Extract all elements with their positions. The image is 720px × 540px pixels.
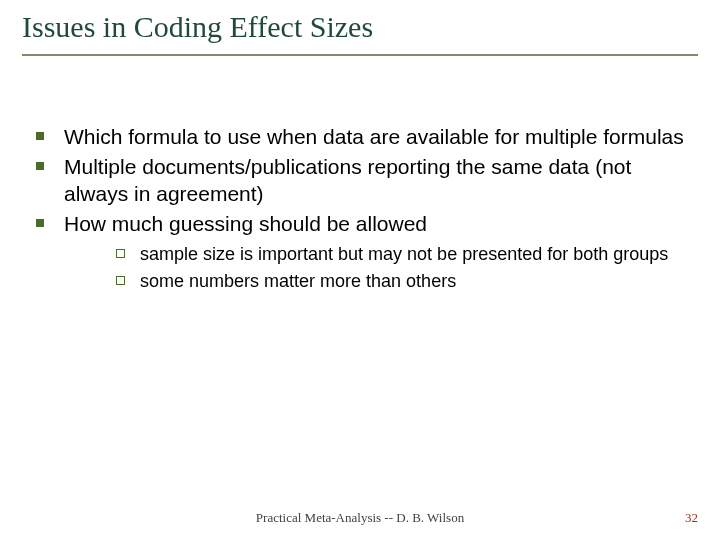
bullet-text: Multiple documents/publications reportin… [64, 155, 631, 204]
slide-title: Issues in Coding Effect Sizes [22, 10, 698, 56]
bullet-text: Which formula to use when data are avail… [64, 125, 684, 148]
list-item: some numbers matter more than others [110, 270, 698, 293]
sub-bullet-text: some numbers matter more than others [140, 271, 456, 291]
list-item: Which formula to use when data are avail… [30, 124, 698, 150]
page-number: 32 [685, 510, 698, 526]
list-item: Multiple documents/publications reportin… [30, 154, 698, 207]
sub-list: sample size is important but may not be … [64, 243, 698, 292]
list-item: sample size is important but may not be … [110, 243, 698, 266]
list-item: How much guessing should be allowed samp… [30, 211, 698, 292]
bullet-list: Which formula to use when data are avail… [22, 124, 698, 292]
sub-bullet-text: sample size is important but may not be … [140, 244, 668, 264]
bullet-text: How much guessing should be allowed [64, 212, 427, 235]
slide: Issues in Coding Effect Sizes Which form… [0, 0, 720, 540]
footer-text: Practical Meta-Analysis -- D. B. Wilson [0, 510, 720, 526]
